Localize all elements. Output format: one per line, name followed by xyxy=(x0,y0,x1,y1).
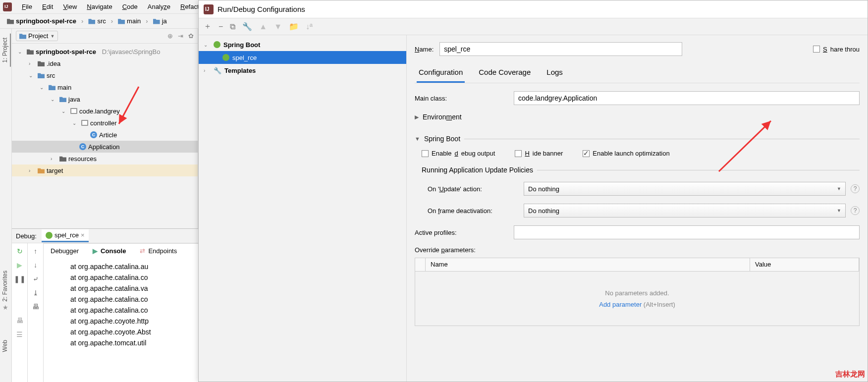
ide-logo-icon xyxy=(3,2,12,11)
share-checkbox[interactable]: Share throu xyxy=(813,46,860,53)
config-springboot[interactable]: ⌄ Spring Boot xyxy=(199,38,406,51)
debug-run-tab[interactable]: spel_rce × xyxy=(42,229,89,242)
tab-project[interactable]: 1: Project xyxy=(0,34,11,67)
section-springboot[interactable]: ▼Spring Boot xyxy=(415,135,860,143)
tree-application[interactable]: C Application xyxy=(12,141,198,153)
view-breakpoints-button[interactable] xyxy=(15,302,25,312)
up-button[interactable]: ↑ xyxy=(31,246,41,256)
down-config-button[interactable]: ▼ xyxy=(274,22,282,31)
menu-file[interactable]: File xyxy=(18,2,36,11)
up-config-button[interactable]: ▲ xyxy=(259,22,267,31)
copy-config-button[interactable]: ⧉ xyxy=(230,22,235,31)
remove-config-button[interactable]: − xyxy=(218,22,223,31)
folder-icon xyxy=(59,156,66,162)
config-tree[interactable]: ⌄ Spring Boot spel_rce ›🔧 Templates xyxy=(199,35,407,382)
tree-idea[interactable]: › .idea xyxy=(12,57,198,69)
dialog-titlebar: Run/Debug Configurations xyxy=(199,0,868,18)
on-deactivation-dropdown[interactable]: Do nothing▼ xyxy=(524,204,846,218)
tab-console[interactable]: ▶Console xyxy=(90,245,129,257)
ide-logo-icon xyxy=(204,4,214,14)
update-policies-title: Running Application Update Policies xyxy=(422,166,860,174)
collapse-icon[interactable]: ⇥ xyxy=(178,32,183,40)
menu-analyze[interactable]: Analyze xyxy=(144,2,174,11)
stop-button[interactable] xyxy=(15,288,25,298)
settings-icon[interactable]: ✿ xyxy=(188,32,194,40)
breadcrumb-src[interactable]: src xyxy=(85,16,108,26)
breadcrumb-root[interactable]: springboot-spel-rce xyxy=(4,16,79,26)
help-icon[interactable]: ? xyxy=(851,184,860,193)
tab-logs[interactable]: Logs xyxy=(544,63,565,83)
down-button[interactable]: ↓ xyxy=(31,260,41,270)
project-view-dropdown[interactable]: Project ▼ xyxy=(16,31,58,41)
enable-launch-checkbox[interactable]: Enable launch optimization xyxy=(583,150,669,157)
tree-package[interactable]: ⌄ code.landgrey xyxy=(12,105,198,117)
mute-breakpoints-button[interactable]: 🖶 xyxy=(15,316,25,326)
breadcrumb-java[interactable]: ja xyxy=(150,16,170,26)
section-environment[interactable]: ▶Environment xyxy=(415,113,860,121)
folder-icon xyxy=(59,96,66,102)
breadcrumb-main[interactable]: main xyxy=(115,16,144,26)
add-config-button[interactable]: ＋ xyxy=(204,21,212,32)
wrench-icon: 🔧 xyxy=(214,67,221,74)
tab-configuration[interactable]: Configuration xyxy=(417,63,465,83)
spring-icon xyxy=(214,41,220,48)
sort-config-button[interactable]: ↓ª xyxy=(306,22,313,31)
tree-article[interactable]: C Article xyxy=(12,129,198,141)
name-input[interactable] xyxy=(439,42,682,56)
tree-java[interactable]: ⌄ java xyxy=(12,93,198,105)
enable-debug-checkbox[interactable]: Enable debug output xyxy=(422,150,495,157)
folder-icon xyxy=(27,49,34,55)
tree-controller[interactable]: ⌄ controller xyxy=(12,117,198,129)
tab-endpoints[interactable]: ⇄Endpoints xyxy=(137,245,180,257)
folder-icon xyxy=(38,72,45,78)
config-templates[interactable]: ›🔧 Templates xyxy=(199,64,406,77)
resume-button[interactable]: ▶ xyxy=(15,260,25,270)
folder-icon xyxy=(153,18,160,24)
scroll-end-button[interactable]: ⤓ xyxy=(31,288,41,298)
tab-favorites[interactable]: 2: Favorites xyxy=(0,267,10,306)
menu-navigate[interactable]: Navigate xyxy=(83,2,116,11)
tab-code-coverage[interactable]: Code Coverage xyxy=(477,63,533,83)
package-icon xyxy=(70,108,77,114)
spring-icon xyxy=(46,232,53,239)
svg-line-1 xyxy=(719,121,771,171)
active-profiles-input[interactable] xyxy=(514,225,860,239)
dialog-toolbar: ＋ − ⧉ 🔧 ▲ ▼ 📁 ↓ª xyxy=(199,18,868,35)
pause-button[interactable]: ❚❚ xyxy=(15,274,25,284)
name-label: Name: xyxy=(415,46,434,53)
tool-window-stripe-left: 1: Project 2: Favorites ★ Web xyxy=(0,29,12,382)
menu-view[interactable]: View xyxy=(59,2,81,11)
debug-toolbar-left: ↻ ▶ ❚❚ 🖶 ☰ xyxy=(12,243,28,382)
project-tree[interactable]: ⌄ springboot-spel-rce D:\javasec\SpringB… xyxy=(12,44,198,228)
layout-button[interactable]: ☰ xyxy=(15,329,25,339)
tree-root[interactable]: ⌄ springboot-spel-rce D:\javasec\SpringB… xyxy=(12,46,198,57)
debug-label: Debug: xyxy=(16,232,37,240)
print-button[interactable]: 🖶 xyxy=(31,302,41,312)
rerun-button[interactable]: ↻ xyxy=(15,246,25,256)
watermark: 吉林龙网 xyxy=(835,370,865,379)
folder-icon xyxy=(7,18,14,24)
soft-wrap-button[interactable]: ⤶ xyxy=(31,274,41,284)
locate-icon[interactable]: ⊕ xyxy=(167,32,173,40)
tab-debugger[interactable]: Debugger xyxy=(48,245,82,257)
on-update-dropdown[interactable]: Do nothing▼ xyxy=(524,182,846,196)
folder-icon xyxy=(49,84,55,90)
add-parameter-link[interactable]: Add parameter xyxy=(599,301,642,308)
folder-icon xyxy=(38,60,45,66)
menu-code[interactable]: Code xyxy=(118,2,142,11)
tree-target[interactable]: › target xyxy=(12,164,198,176)
tree-src[interactable]: ⌄ src xyxy=(12,69,198,81)
menu-edit[interactable]: Edit xyxy=(38,2,57,11)
tree-resources[interactable]: › resources xyxy=(12,153,198,164)
hide-banner-checkbox[interactable]: Hide banner xyxy=(515,150,563,157)
folder-icon xyxy=(19,33,26,39)
config-spel-rce[interactable]: spel_rce xyxy=(199,51,406,64)
star-icon: ★ xyxy=(2,304,8,311)
folder-config-button[interactable]: 📁 xyxy=(289,22,299,31)
tree-main[interactable]: ⌄ main xyxy=(12,81,198,93)
class-icon: C xyxy=(90,131,97,138)
tab-web[interactable]: Web xyxy=(0,336,10,356)
main-class-input[interactable] xyxy=(514,91,860,105)
help-icon[interactable]: ? xyxy=(851,206,860,215)
edit-config-button[interactable]: 🔧 xyxy=(242,22,252,31)
